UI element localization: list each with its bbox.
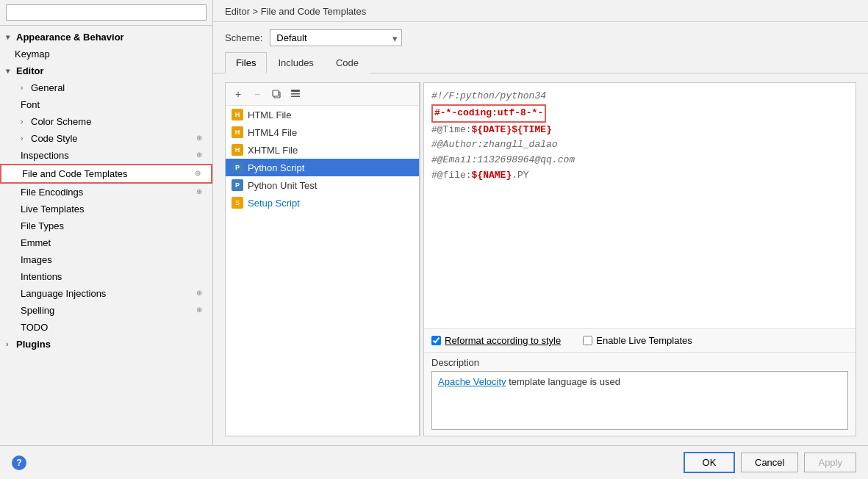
xhtml-file-icon: H: [232, 144, 243, 156]
nav-list: ▾ Appearance & Behavior Keymap ▾ Editor …: [0, 26, 212, 356]
tabs-row: Files Includes Code: [213, 52, 868, 73]
scheme-select-wrapper[interactable]: Default: [270, 29, 402, 46]
ok-button[interactable]: OK: [684, 452, 735, 473]
python-unit-icon: P: [232, 179, 243, 191]
description-box[interactable]: Apache Velocity template language is use…: [431, 371, 848, 430]
sidebar-item-plugins[interactable]: › Plugins: [0, 336, 212, 353]
sidebar-item-language-injections[interactable]: Language Injections ⊕: [0, 285, 212, 302]
sidebar-item-font[interactable]: Font: [0, 96, 212, 113]
code-editor[interactable]: #!/F:python/python34 #-*-coding:utf-8-*-…: [424, 83, 856, 328]
description-text: template language is used: [506, 376, 620, 387]
sidebar-item-general[interactable]: › General: [0, 79, 212, 96]
code-line-1: #!/F:python/python34: [431, 89, 848, 104]
sidebar-item-inspections[interactable]: Inspections ⊕: [0, 147, 212, 164]
code-line-2-highlighted: #-*-coding:utf-8-*-: [431, 104, 546, 123]
sidebar-item-live-templates[interactable]: Live Templates: [0, 201, 212, 217]
code-line-6-suffix: .PY: [512, 170, 528, 181]
file-list-label: XHTML File: [248, 145, 298, 156]
breadcrumb: Editor > File and Code Templates: [213, 0, 868, 22]
code-line-6-prefix: #@file:: [431, 170, 472, 181]
badge-language-injections: ⊕: [196, 289, 207, 299]
tab-code[interactable]: Code: [325, 52, 370, 73]
live-templates-label: Enable Live Templates: [596, 335, 692, 346]
live-templates-checkbox-label[interactable]: Enable Live Templates: [583, 335, 692, 346]
file-list-panel: + − H HTML File: [225, 82, 420, 436]
settings-dialog: ▾ Appearance & Behavior Keymap ▾ Editor …: [0, 0, 868, 479]
editor-panel: #!/F:python/python34 #-*-coding:utf-8-*-…: [424, 82, 856, 436]
add-template-button[interactable]: +: [230, 86, 246, 102]
apache-velocity-link[interactable]: Apache Velocity: [438, 376, 506, 387]
tab-includes[interactable]: Includes: [267, 52, 324, 73]
sidebar-item-file-and-code-templates[interactable]: File and Code Templates ⊕: [0, 164, 212, 184]
scheme-select[interactable]: Default: [270, 29, 402, 46]
apply-button[interactable]: Apply: [804, 453, 856, 472]
sidebar-item-emmet[interactable]: Emmet: [0, 234, 212, 251]
sidebar-item-file-encodings[interactable]: File Encodings ⊕: [0, 184, 212, 201]
code-line-6: #@file:${NAME}.PY: [431, 168, 848, 184]
sidebar-item-code-style[interactable]: › Code Style ⊕: [0, 130, 212, 147]
bottom-bar: ? OK Cancel Apply: [0, 445, 868, 479]
sidebar-item-keymap[interactable]: Keymap: [0, 46, 212, 62]
sidebar-item-intentions[interactable]: Intentions: [0, 268, 212, 285]
file-list-item-python-unit[interactable]: P Python Unit Test: [226, 176, 419, 194]
badge-file-encodings: ⊕: [196, 187, 207, 198]
remove-template-button[interactable]: −: [249, 86, 265, 102]
expand-arrow-appearance: ▾: [6, 33, 13, 41]
code-line-2: #-*-coding:utf-8-*-: [431, 104, 848, 123]
file-list-item-html[interactable]: H HTML File: [226, 106, 419, 123]
sidebar-item-images[interactable]: Images: [0, 251, 212, 268]
svg-rect-1: [273, 90, 279, 96]
expand-arrow-general: ›: [21, 84, 28, 92]
right-panel: Editor > File and Code Templates Scheme:…: [213, 0, 868, 445]
search-input[interactable]: [6, 4, 207, 21]
expand-arrow-color-scheme: ›: [21, 118, 28, 126]
expand-arrow-editor: ▾: [6, 67, 13, 75]
file-list-item-html4[interactable]: H HTML4 File: [226, 123, 419, 141]
tab-files[interactable]: Files: [225, 52, 267, 73]
left-panel: ▾ Appearance & Behavior Keymap ▾ Editor …: [0, 0, 213, 445]
file-list-label: Python Script: [248, 162, 304, 173]
expand-arrow-plugins: ›: [6, 340, 13, 348]
badge-code-style: ⊕: [196, 134, 207, 144]
code-line-4: #@Author:zhangll_dalao: [431, 137, 848, 153]
sidebar-item-file-types[interactable]: File Types: [0, 217, 212, 234]
content-area: + − H HTML File: [213, 73, 868, 445]
import-template-button[interactable]: [287, 86, 304, 102]
copy-template-button[interactable]: [268, 86, 284, 102]
badge-file-templates: ⊕: [195, 169, 205, 179]
sidebar-item-spelling[interactable]: Spelling ⊕: [0, 302, 212, 319]
file-list: H HTML File H HTML4 File H XHTML File: [226, 106, 419, 436]
file-list-label: HTML File: [248, 109, 291, 120]
file-list-label: Python Unit Test: [248, 180, 317, 191]
badge-spelling: ⊕: [196, 306, 207, 316]
file-list-item-xhtml[interactable]: H XHTML File: [226, 141, 419, 159]
sidebar-item-color-scheme[interactable]: › Color Scheme: [0, 113, 212, 130]
options-row: Reformat according to style Enable Live …: [424, 328, 856, 352]
html4-file-icon: H: [232, 126, 243, 138]
badge-inspections: ⊕: [196, 151, 207, 161]
code-line-3-vars: ${DATE}${TIME}: [472, 124, 552, 135]
help-button[interactable]: ?: [12, 455, 26, 470]
setup-script-icon: S: [232, 197, 243, 209]
file-list-toolbar: + −: [226, 83, 419, 106]
file-list-item-setup-script[interactable]: S Setup Script: [226, 194, 419, 212]
sidebar-item-appearance[interactable]: ▾ Appearance & Behavior: [0, 29, 212, 46]
file-list-label: HTML4 File: [248, 127, 297, 138]
search-box[interactable]: [0, 0, 212, 26]
reformat-checkbox[interactable]: [431, 336, 441, 345]
code-line-6-var: ${NAME}: [472, 170, 512, 181]
html-file-icon: H: [232, 109, 243, 120]
expand-arrow-code-style: ›: [21, 134, 28, 143]
live-templates-checkbox[interactable]: [583, 336, 592, 345]
code-line-5: #@Email:1132698964@qq.com: [431, 153, 848, 168]
svg-rect-4: [291, 96, 300, 98]
cancel-button[interactable]: Cancel: [741, 453, 798, 472]
sidebar-item-todo[interactable]: TODO: [0, 319, 212, 336]
file-list-item-python-script[interactable]: P Python Script: [226, 159, 419, 176]
code-line-3-prefix: #@Time:: [431, 124, 472, 135]
file-list-label: Setup Script: [248, 198, 300, 209]
sidebar-item-editor[interactable]: ▾ Editor: [0, 62, 212, 79]
reformat-checkbox-label[interactable]: Reformat according to style: [431, 335, 561, 346]
scheme-row: Scheme: Default: [213, 22, 868, 52]
svg-rect-3: [291, 93, 300, 95]
